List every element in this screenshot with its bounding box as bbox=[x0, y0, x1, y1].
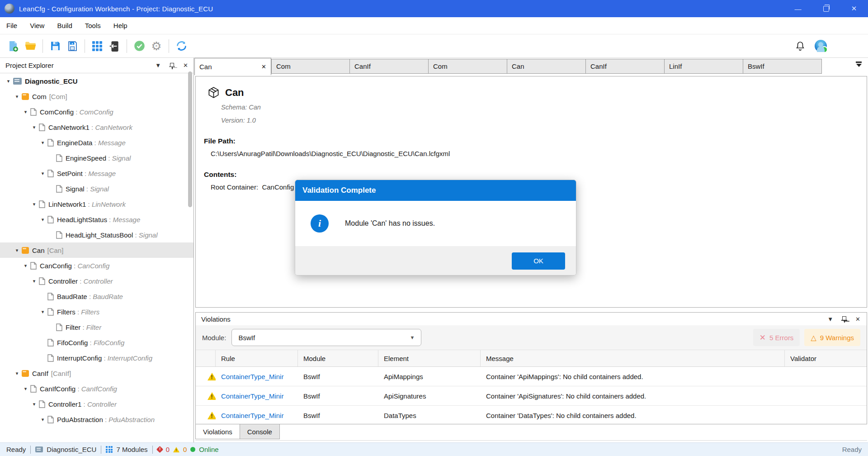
minimize-button[interactable]: — bbox=[784, 0, 812, 17]
vertical-scrollbar[interactable] bbox=[188, 71, 192, 207]
tab-canif-2[interactable]: CanIf bbox=[586, 59, 665, 74]
tree-item[interactable]: Signal Signal bbox=[0, 181, 193, 196]
close-panel-icon[interactable]: ✕ bbox=[855, 316, 860, 322]
panel-tab-violations[interactable]: Violations bbox=[195, 424, 240, 439]
violation-row[interactable]: ContainerType_Minir BswIf ApiSignatures … bbox=[196, 386, 867, 406]
menu-tools[interactable]: Tools bbox=[85, 22, 101, 29]
col-message[interactable]: Message bbox=[481, 350, 785, 366]
new-file-button[interactable] bbox=[5, 38, 22, 55]
tree-item[interactable]: HeadLight_StatusBool Signal bbox=[0, 227, 193, 242]
pin-icon[interactable] bbox=[170, 63, 174, 68]
col-module[interactable]: Module bbox=[298, 350, 378, 366]
tree-item-project[interactable]: ▾ Diagnostic_ECU bbox=[0, 73, 193, 89]
close-panel-icon[interactable]: ✕ bbox=[183, 62, 188, 68]
collapse-panel-icon[interactable]: ▼ bbox=[827, 316, 833, 322]
tree-item[interactable]: ▾ CanNetwork1 CanNetwork bbox=[0, 119, 193, 135]
menu-build[interactable]: Build bbox=[57, 22, 72, 29]
tab-can-2[interactable]: Can bbox=[507, 59, 586, 74]
warnings-badge[interactable]: △ 9 Warnings bbox=[804, 329, 860, 346]
tab-can-active[interactable]: Can ✕ bbox=[194, 58, 271, 75]
tree-item[interactable]: Filter Filter bbox=[0, 319, 193, 335]
new-file-icon bbox=[7, 40, 19, 52]
tree-item[interactable]: FifoConfig FifoConfig bbox=[0, 335, 193, 350]
expander-icon[interactable]: ▾ bbox=[22, 386, 29, 392]
tree-item[interactable]: ▾ Filters Filters bbox=[0, 304, 193, 319]
tree-item-name: Can bbox=[32, 247, 45, 254]
tab-canif[interactable]: CanIf bbox=[350, 59, 429, 74]
menu-help[interactable]: Help bbox=[113, 22, 127, 29]
tree-item[interactable]: ▾ LinNetwork1 LinNetwork bbox=[0, 196, 193, 212]
panel-tab-console[interactable]: Console bbox=[240, 424, 280, 439]
expander-icon[interactable]: ▾ bbox=[13, 94, 21, 100]
menu-file[interactable]: File bbox=[6, 22, 17, 29]
import-button[interactable] bbox=[106, 38, 123, 55]
expander-icon[interactable]: ▾ bbox=[39, 171, 47, 176]
expander-icon[interactable]: ▾ bbox=[30, 124, 38, 130]
expander-icon[interactable]: ▾ bbox=[39, 417, 47, 423]
tree-item[interactable]: ▾ CanConfig CanConfig bbox=[0, 258, 193, 273]
tab-bswif[interactable]: BswIf bbox=[743, 59, 822, 74]
expander-icon[interactable]: ▾ bbox=[30, 278, 38, 284]
rule-link[interactable]: ContainerType_Minir bbox=[216, 386, 298, 405]
validate-button[interactable] bbox=[131, 38, 148, 55]
menu-view[interactable]: View bbox=[30, 22, 44, 29]
tab-com[interactable]: Com bbox=[271, 59, 350, 74]
tab-linif[interactable]: LinIf bbox=[665, 59, 743, 74]
expander-icon[interactable]: ▾ bbox=[5, 78, 12, 84]
expander-icon[interactable]: ▾ bbox=[39, 217, 47, 223]
tree-item[interactable]: ▾ ComConfig ComConfig bbox=[0, 104, 193, 119]
collapse-panel-icon[interactable]: ▼ bbox=[155, 62, 161, 68]
tree-item-type: [Com] bbox=[49, 93, 67, 100]
expander-icon[interactable]: ▾ bbox=[39, 140, 47, 146]
module-title: Can bbox=[225, 87, 244, 99]
tab-overflow-icon[interactable] bbox=[856, 62, 862, 67]
errors-badge[interactable]: ✕ 5 Errors bbox=[753, 329, 800, 346]
module-select-dropdown[interactable]: BswIf ▼ bbox=[231, 329, 421, 346]
tree-item[interactable]: ▾ PduAbstraction PduAbstraction bbox=[0, 412, 193, 427]
col-validator[interactable]: Validator bbox=[785, 350, 867, 366]
notifications-bell-icon[interactable] bbox=[795, 41, 806, 52]
save-button[interactable] bbox=[47, 38, 64, 55]
tree-item-name: HeadLightStatus bbox=[57, 216, 107, 223]
expander-icon[interactable]: ▾ bbox=[39, 309, 47, 315]
tree-item-module-selected[interactable]: ▾ Can [Can] bbox=[0, 242, 193, 258]
expander-icon[interactable]: ▾ bbox=[13, 247, 21, 253]
expander-icon[interactable]: ▾ bbox=[13, 370, 21, 376]
user-avatar[interactable] bbox=[815, 40, 827, 52]
pin-icon[interactable] bbox=[842, 316, 846, 322]
tree-item-name: Com bbox=[32, 93, 47, 100]
tree-item[interactable]: ▾ HeadLightStatus Message bbox=[0, 212, 193, 227]
warnings-badge-label: 9 Warnings bbox=[820, 334, 854, 342]
modules-button[interactable] bbox=[89, 38, 106, 55]
open-project-button[interactable] bbox=[22, 38, 39, 55]
col-rule[interactable]: Rule bbox=[216, 350, 298, 366]
violation-row[interactable]: ContainerType_Minir BswIf DataTypes Cont… bbox=[196, 406, 867, 425]
rule-link[interactable]: ContainerType_Minir bbox=[216, 406, 298, 425]
expander-icon[interactable]: ▾ bbox=[30, 201, 38, 207]
close-button[interactable]: ✕ bbox=[840, 0, 868, 17]
tree-item[interactable]: ▾ Controller Controller bbox=[0, 273, 193, 289]
close-tab-icon[interactable]: ✕ bbox=[261, 63, 266, 70]
tree-item[interactable]: InterruptConfig InterruptConfig bbox=[0, 350, 193, 366]
tree-item-module[interactable]: ▾ CanIf [CanIf] bbox=[0, 366, 193, 381]
expander-icon[interactable]: ▾ bbox=[30, 401, 38, 407]
tree-item[interactable]: EngineSpeed Signal bbox=[0, 150, 193, 166]
tree-item[interactable]: ▾ Controller1 Controller bbox=[0, 396, 193, 412]
tree-item[interactable]: ▾ CanIfConfig CanIfConfig bbox=[0, 381, 193, 396]
tab-com-2[interactable]: Com bbox=[429, 59, 507, 74]
refresh-button[interactable] bbox=[173, 38, 190, 55]
expander-icon[interactable]: ▾ bbox=[22, 109, 29, 115]
tree-item[interactable]: ▾ SetPoint Message bbox=[0, 166, 193, 181]
restore-button[interactable] bbox=[812, 0, 840, 17]
tree-item[interactable]: BaudRate BaudRate bbox=[0, 289, 193, 304]
root-container-value: CanConfig bbox=[262, 183, 294, 191]
save-all-button[interactable] bbox=[64, 38, 81, 55]
expander-icon[interactable]: ▾ bbox=[22, 263, 29, 269]
tree-item-module[interactable]: ▾ Com [Com] bbox=[0, 89, 193, 104]
ok-button[interactable]: OK bbox=[512, 252, 565, 270]
tree-item[interactable]: ▾ EngineData Message bbox=[0, 135, 193, 150]
violation-row[interactable]: ContainerType_Minir BswIf ApiMappings Co… bbox=[196, 367, 867, 386]
rule-link[interactable]: ContainerType_Minir bbox=[216, 367, 298, 386]
col-element[interactable]: Element bbox=[378, 350, 481, 366]
generate-code-button[interactable]: ⚙</> bbox=[148, 38, 165, 55]
